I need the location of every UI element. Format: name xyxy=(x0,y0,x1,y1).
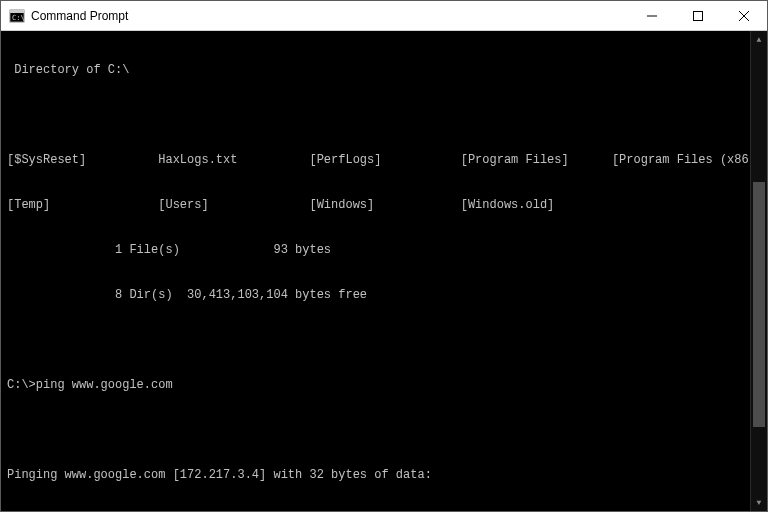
command-prompt-window: C:\ Command Prompt Directory of C:\ [$Sy… xyxy=(0,0,768,512)
svg-rect-4 xyxy=(694,11,703,20)
scroll-thumb[interactable] xyxy=(753,182,765,427)
svg-text:C:\: C:\ xyxy=(12,14,25,22)
output-line: [Temp] [Users] [Windows] [Windows.old] xyxy=(7,198,767,213)
output-line: Pinging www.google.com [172.217.3.4] wit… xyxy=(7,468,767,483)
window-controls xyxy=(629,1,767,30)
scroll-track[interactable] xyxy=(751,48,767,494)
output-line xyxy=(7,423,767,438)
scroll-down-icon[interactable]: ▼ xyxy=(751,494,767,511)
vertical-scrollbar[interactable]: ▲ ▼ xyxy=(750,31,767,511)
app-icon: C:\ xyxy=(9,8,25,24)
scroll-up-icon[interactable]: ▲ xyxy=(751,31,767,48)
output-line xyxy=(7,108,767,123)
svg-rect-1 xyxy=(10,10,24,13)
maximize-button[interactable] xyxy=(675,1,721,30)
minimize-button[interactable] xyxy=(629,1,675,30)
output-line: 8 Dir(s) 30,413,103,104 bytes free xyxy=(7,288,767,303)
output-line: [$SysReset] HaxLogs.txt [PerfLogs] [Prog… xyxy=(7,153,767,168)
window-title: Command Prompt xyxy=(31,9,629,23)
output-line xyxy=(7,333,767,348)
prompt-line: C:\>ping www.google.com xyxy=(7,378,767,393)
output-line: 1 File(s) 93 bytes xyxy=(7,243,767,258)
close-button[interactable] xyxy=(721,1,767,30)
terminal-output[interactable]: Directory of C:\ [$SysReset] HaxLogs.txt… xyxy=(1,31,767,511)
titlebar[interactable]: C:\ Command Prompt xyxy=(1,1,767,31)
output-line: Directory of C:\ xyxy=(7,63,767,78)
